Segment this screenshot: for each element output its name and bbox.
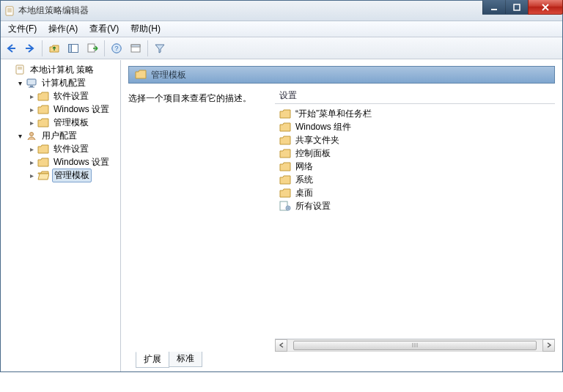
- properties-button[interactable]: [127, 40, 144, 57]
- twisty-closed-icon[interactable]: ▸: [27, 92, 36, 100]
- menu-view[interactable]: 查看(V): [84, 21, 125, 37]
- heading-text: 管理模板: [151, 69, 186, 81]
- tree-item[interactable]: ▸ Windows 设置: [26, 103, 119, 116]
- horizontal-scrollbar[interactable]: [275, 339, 555, 351]
- list-area[interactable]: “开始”菜单和任务栏 Windows 组件 共享文件夹: [275, 104, 555, 339]
- svg-text:?: ?: [114, 45, 118, 52]
- list-item[interactable]: “开始”菜单和任务栏: [276, 107, 553, 120]
- scroll-left-button[interactable]: [275, 339, 287, 352]
- folder-icon: [37, 156, 49, 168]
- svg-rect-5: [514, 4, 520, 10]
- menu-action[interactable]: 操作(A): [43, 21, 84, 37]
- twisty-open-icon[interactable]: ▾: [15, 131, 24, 140]
- column-header-label: 设置: [279, 89, 297, 102]
- list-item-label: 系统: [295, 174, 313, 186]
- list-item[interactable]: 桌面: [276, 186, 553, 199]
- app-icon: [4, 5, 15, 17]
- tree-label: 管理模板: [52, 117, 90, 129]
- close-button[interactable]: [528, 0, 563, 15]
- list-item[interactable]: 系统: [276, 173, 553, 186]
- list-item-label: 桌面: [295, 187, 313, 199]
- svg-rect-4: [491, 9, 497, 10]
- window-title: 本地组策略编辑器: [18, 4, 89, 17]
- tab-label: 扩展: [144, 354, 161, 364]
- tree-label: 计算机配置: [40, 77, 87, 89]
- list-item-label: Windows 组件: [295, 121, 351, 133]
- list-item[interactable]: 共享文件夹: [276, 133, 553, 147]
- svg-point-19: [30, 133, 34, 136]
- tree-label: 用户配置: [40, 130, 78, 142]
- tree-root[interactable]: ▶ 本地计算机 策略: [2, 63, 119, 76]
- twisty-closed-icon[interactable]: ▸: [27, 158, 36, 166]
- content-body: 选择一个项目来查看它的描述。 设置 “开始”菜单和任务栏: [128, 88, 555, 351]
- folder-icon: [135, 69, 147, 81]
- twisty-closed-icon[interactable]: ▸: [27, 118, 36, 127]
- back-button[interactable]: [2, 40, 20, 57]
- menu-help[interactable]: 帮助(H): [125, 21, 166, 37]
- forward-button[interactable]: [21, 40, 39, 57]
- tree-label: 管理模板: [52, 169, 92, 182]
- toolbar-separator: [147, 40, 148, 56]
- column-header[interactable]: 设置: [275, 88, 555, 104]
- help-button[interactable]: ?: [108, 40, 125, 57]
- twisty-open-icon[interactable]: ▾: [15, 78, 24, 87]
- up-button[interactable]: [45, 40, 63, 57]
- tree-computer-config[interactable]: ▾ 计算机配置: [14, 76, 119, 89]
- svg-rect-0: [6, 7, 13, 15]
- svg-rect-7: [69, 44, 72, 52]
- computer-icon: [26, 77, 37, 89]
- folder-icon: [279, 134, 291, 146]
- list-item[interactable]: 网络: [276, 160, 553, 173]
- window-controls: [483, 0, 563, 15]
- show-hide-tree-button[interactable]: [65, 40, 82, 57]
- toolbar-separator: [104, 40, 105, 56]
- twisty-closed-icon[interactable]: ▸: [27, 144, 36, 153]
- description-text: 选择一个项目来查看它的描述。: [128, 93, 251, 103]
- folder-icon: [37, 90, 49, 102]
- view-tabs: 扩展 标准: [128, 352, 555, 369]
- menu-file[interactable]: 文件(F): [2, 21, 43, 37]
- toolbar: ?: [1, 37, 562, 59]
- tree-item[interactable]: ▸ Windows 设置: [26, 155, 119, 169]
- twisty-closed-icon[interactable]: ▸: [27, 171, 36, 180]
- tree-label: Windows 设置: [52, 156, 111, 169]
- menubar: 文件(F) 操作(A) 查看(V) 帮助(H): [1, 21, 562, 37]
- content-heading: 管理模板: [128, 66, 555, 84]
- filter-button[interactable]: [151, 40, 169, 57]
- tree-item[interactable]: ▸ 软件设置: [26, 89, 119, 103]
- folder-icon: [279, 187, 291, 199]
- tree-panel[interactable]: ▶ 本地计算机 策略 ▾: [1, 60, 121, 371]
- tree-user-config[interactable]: ▾ 用户配置: [14, 129, 119, 142]
- folder-icon: [37, 143, 49, 155]
- maximize-button[interactable]: [505, 0, 529, 15]
- scroll-right-button[interactable]: [542, 339, 555, 352]
- svg-rect-13: [16, 65, 23, 74]
- list-item-label: 所有设置: [295, 200, 331, 212]
- content-panel: 管理模板 选择一个项目来查看它的描述。 设置 “开始”菜单和任务栏: [121, 60, 562, 371]
- list-item-label: “开始”菜单和任务栏: [295, 108, 372, 120]
- list-item-label: 控制面板: [295, 147, 331, 160]
- window-root: 本地组策略编辑器 文件(F) 操作(A) 查看(V) 帮助(H): [0, 0, 563, 372]
- user-icon: [26, 130, 37, 141]
- tree-item[interactable]: ▸ 软件设置: [26, 142, 119, 155]
- tab-standard[interactable]: 标准: [169, 352, 202, 367]
- folder-icon: [279, 108, 291, 119]
- minimize-button[interactable]: [482, 0, 506, 15]
- folder-icon: [279, 174, 291, 185]
- export-button[interactable]: [84, 40, 101, 57]
- tree-item-selected[interactable]: ▸ 管理模板: [26, 169, 119, 182]
- tab-extended[interactable]: 扩展: [136, 352, 169, 368]
- scroll-thumb[interactable]: [293, 341, 537, 350]
- list-pane: 设置 “开始”菜单和任务栏 Windows 组件: [275, 88, 555, 351]
- policy-icon: [14, 64, 26, 75]
- list-item[interactable]: Windows 组件: [276, 120, 553, 133]
- list-item[interactable]: 所有设置: [276, 199, 553, 212]
- list-item[interactable]: 控制面板: [276, 147, 553, 160]
- folder-icon: [37, 117, 49, 128]
- scroll-track[interactable]: [287, 339, 542, 352]
- tree-item[interactable]: ▸ 管理模板: [26, 116, 119, 129]
- twisty-closed-icon[interactable]: ▸: [27, 105, 36, 114]
- client-area: ▶ 本地计算机 策略 ▾: [1, 59, 562, 371]
- tree-label: Windows 设置: [52, 103, 111, 116]
- tree-label: 软件设置: [52, 90, 90, 103]
